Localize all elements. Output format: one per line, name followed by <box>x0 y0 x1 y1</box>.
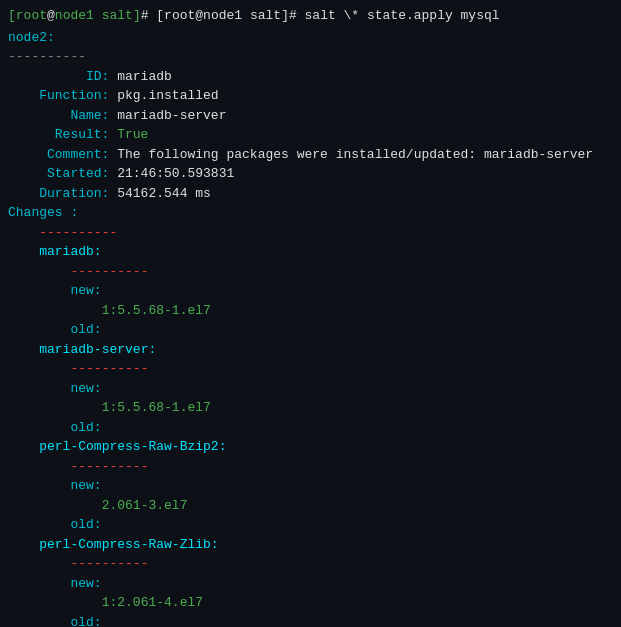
function-line: Function: pkg.installed <box>0 86 621 106</box>
perl-zlib-old-label: old: <box>70 613 101 628</box>
prompt-path: salt <box>102 6 133 26</box>
perl-zlib-new: new: <box>0 574 621 594</box>
changes-label: Changes : <box>8 203 78 223</box>
node-label-line: node2: <box>0 28 621 48</box>
perl-bzip2-dashes-val: ---------- <box>70 457 148 477</box>
mariadb-server-dashes-val: ---------- <box>70 359 148 379</box>
perl-zlib-new-value: 1:2.061-4.el7 <box>102 593 203 613</box>
prompt-bracket2: ] <box>133 6 141 26</box>
function-value: pkg.installed <box>117 86 218 106</box>
name-label: Name: <box>8 106 117 126</box>
perl-zlib-dashes: ---------- <box>0 554 621 574</box>
mariadb-dashes: ---------- <box>0 262 621 282</box>
prompt-bracket: [ <box>8 6 16 26</box>
pkg-perl-bzip2: perl-Compress-Raw-Bzip2: <box>0 437 621 457</box>
prompt-at: @ <box>47 6 55 26</box>
pkg-mariadb: mariadb: <box>0 242 621 262</box>
mariadb-new-label: new: <box>70 281 101 301</box>
perl-bzip2-new-label: new: <box>70 476 101 496</box>
mariadb-server-new-label: new: <box>70 379 101 399</box>
mariadb-old: old: <box>0 320 621 340</box>
perl-bzip2-old-label: old: <box>70 515 101 535</box>
pkg-perl-zlib-name: perl-Compress-Raw-Zlib: <box>39 535 218 555</box>
id-line: ID: mariadb <box>0 67 621 87</box>
mariadb-new: new: <box>0 281 621 301</box>
perl-zlib-dashes-val: ---------- <box>70 554 148 574</box>
mariadb-server-dashes: ---------- <box>0 359 621 379</box>
id-value: mariadb <box>117 67 172 87</box>
prompt-user: root <box>16 6 47 26</box>
changes-dash: ---------- <box>39 223 117 243</box>
changes-line: Changes : <box>0 203 621 223</box>
mariadb-server-old: old: <box>0 418 621 438</box>
perl-bzip2-old: old: <box>0 515 621 535</box>
perl-zlib-new-label: new: <box>70 574 101 594</box>
mariadb-new-value: 1:5.5.68-1.el7 <box>102 301 211 321</box>
top-separator: ---------- <box>0 47 621 67</box>
perl-bzip2-new-val: 2.061-3.el7 <box>0 496 621 516</box>
duration-line: Duration: 54162.544 ms <box>0 184 621 204</box>
result-label: Result: <box>8 125 117 145</box>
started-line: Started: 21:46:50.593831 <box>0 164 621 184</box>
pkg-mariadb-server-name: mariadb-server: <box>39 340 156 360</box>
terminal-window: [root@node1 salt]# [root@node1 salt]# sa… <box>0 0 621 627</box>
prompt-command: [root@node1 salt]# salt \* state.apply m… <box>156 6 499 26</box>
mariadb-server-new-value: 1:5.5.68-1.el7 <box>102 398 211 418</box>
prompt-line: [root@node1 salt]# [root@node1 salt]# sa… <box>0 4 621 28</box>
started-label: Started: <box>8 164 117 184</box>
id-label: ID: <box>8 67 117 87</box>
name-line: Name: mariadb-server <box>0 106 621 126</box>
pkg-perl-zlib: perl-Compress-Raw-Zlib: <box>0 535 621 555</box>
pkg-mariadb-server: mariadb-server: <box>0 340 621 360</box>
started-value: 21:46:50.593831 <box>117 164 234 184</box>
name-value: mariadb-server <box>117 106 226 126</box>
result-value: True <box>117 125 148 145</box>
perl-zlib-new-val: 1:2.061-4.el7 <box>0 593 621 613</box>
pkg-mariadb-name: mariadb: <box>39 242 101 262</box>
node-label: node2: <box>8 28 55 48</box>
perl-bzip2-dashes: ---------- <box>0 457 621 477</box>
comment-label: Comment: <box>8 145 117 165</box>
perl-bzip2-new-value: 2.061-3.el7 <box>102 496 188 516</box>
comment-value: The following packages were installed/up… <box>117 145 593 165</box>
mariadb-old-label: old: <box>70 320 101 340</box>
separator-text: ---------- <box>8 47 86 67</box>
perl-zlib-old: old: <box>0 613 621 628</box>
comment-line: Comment: The following packages were ins… <box>0 145 621 165</box>
mariadb-dashes-val: ---------- <box>70 262 148 282</box>
pkg-perl-bzip2-name: perl-Compress-Raw-Bzip2: <box>39 437 226 457</box>
duration-label: Duration: <box>8 184 117 204</box>
mariadb-new-val: 1:5.5.68-1.el7 <box>0 301 621 321</box>
prompt-space <box>94 6 102 26</box>
duration-value: 54162.544 ms <box>117 184 211 204</box>
prompt-hash: # <box>141 6 157 26</box>
prompt-host: node1 <box>55 6 94 26</box>
function-label: Function: <box>8 86 117 106</box>
perl-bzip2-new: new: <box>0 476 621 496</box>
mariadb-server-new: new: <box>0 379 621 399</box>
changes-separator: ---------- <box>0 223 621 243</box>
mariadb-server-old-label: old: <box>70 418 101 438</box>
result-line: Result: True <box>0 125 621 145</box>
mariadb-server-new-val: 1:5.5.68-1.el7 <box>0 398 621 418</box>
